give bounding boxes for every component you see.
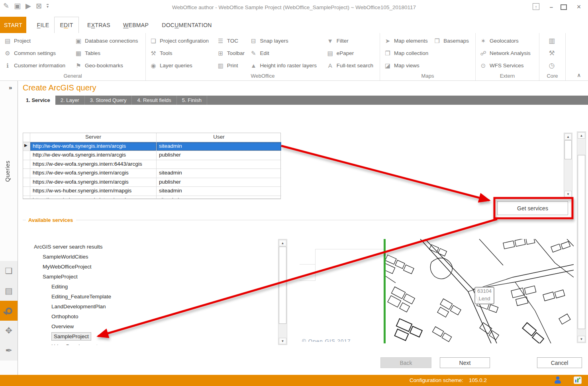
- tree-item[interactable]: Editing: [34, 282, 257, 292]
- collapse-ribbon-icon[interactable]: ∧: [577, 72, 581, 78]
- ribbon-item-project-configuration[interactable]: ❏Project configuration: [150, 36, 213, 45]
- table-header-row: Server User: [23, 133, 280, 142]
- scroll-down-icon[interactable]: ▼: [578, 336, 585, 342]
- ribbon-item-epaper[interactable]: ▤ePaper: [327, 48, 373, 58]
- ribbon-item-full-text-search[interactable]: AFull-text search: [327, 61, 373, 70]
- table-row[interactable]: https://w-dev-wofa.synergis.intern:6443/…: [23, 160, 280, 169]
- ribbon-item-toolbar[interactable]: ⊞Toolbar: [217, 48, 246, 58]
- tab-start[interactable]: START: [0, 17, 26, 33]
- queries-magnifier-icon[interactable]: [0, 301, 18, 321]
- scroll-up-icon[interactable]: ▲: [578, 132, 585, 139]
- district-name: Lend: [475, 295, 494, 303]
- tab-file[interactable]: FILE: [32, 17, 54, 33]
- ribbon-item-core-sessions[interactable]: ◷: [543, 61, 560, 70]
- table-row[interactable]: http://w-dev-wofa.synergis.intern/arcgis…: [23, 151, 280, 160]
- statistics-arrow-glyph: ↗: [578, 376, 581, 381]
- map-edge-highlight: [384, 239, 386, 343]
- step-tab-service[interactable]: 1. Service: [21, 96, 55, 105]
- tree-item-clipped[interactable]: UrbanDevelopment: [34, 341, 257, 345]
- tree-item-sampleproject-selected[interactable]: SampleProject: [34, 331, 257, 341]
- tree-item[interactable]: LandDevelopmentPlan: [34, 302, 257, 312]
- services-tree: ArcGIS server search results SampleWorld…: [34, 242, 257, 345]
- ribbon-item-snap-layers[interactable]: ⊟Snap layers: [250, 36, 322, 45]
- table-row-clipped[interactable]: https://w-ws-huber.synergis.intern/arcgi…: [23, 196, 280, 199]
- ribbon-item-layer-queries[interactable]: ◉Layer queries: [150, 61, 213, 70]
- ribbon-item-print[interactable]: ▥Print: [217, 61, 246, 70]
- next-button[interactable]: Next: [440, 357, 490, 368]
- cancel-button[interactable]: Cancel: [537, 357, 582, 368]
- ribbon-item-filter[interactable]: ▼Filter: [327, 36, 373, 45]
- gears-icon: ⚙: [4, 50, 11, 56]
- ribbon-item-tables[interactable]: ▦Tables: [75, 48, 138, 58]
- design-pen-icon[interactable]: ✒: [0, 341, 18, 361]
- tree-item[interactable]: SampleWorldCities: [34, 252, 257, 262]
- ribbon-item-customer-information[interactable]: ℹCustomer information: [4, 61, 71, 70]
- scrollbar-thumb[interactable]: [279, 247, 286, 324]
- ribbon-item-toc[interactable]: ☰TOC: [217, 36, 246, 45]
- ribbon-item-project[interactable]: ▤Project: [4, 36, 71, 45]
- ribbon-item-geolocators[interactable]: ✶Geolocators: [480, 36, 531, 45]
- tree-scrollbar[interactable]: ▲ ▼: [278, 239, 287, 345]
- tab-extras[interactable]: EXTRAS: [84, 17, 113, 33]
- ribbon-item-wfs-services[interactable]: ⊙WFS Services: [480, 61, 531, 70]
- tab-webmap[interactable]: WEBMAP: [120, 17, 151, 33]
- scrollbar-thumb[interactable]: [578, 155, 585, 329]
- ribbon-item-core-window[interactable]: ▥: [543, 36, 560, 45]
- ribbon-item-edit[interactable]: ✎Edit: [250, 48, 322, 58]
- table-row[interactable]: https://w-dev-wofa.synergis.intern/arcgi…: [23, 169, 280, 178]
- column-header-server[interactable]: Server: [30, 133, 157, 142]
- tree-item[interactable]: SampleProject: [34, 272, 257, 282]
- move-edit-icon[interactable]: ✥: [0, 321, 18, 341]
- ribbon-item-tools[interactable]: ⚒Tools: [150, 48, 213, 58]
- scrollbar-thumb[interactable]: [564, 140, 572, 159]
- user-icon[interactable]: [555, 376, 561, 384]
- ribbon-item-height-info-raster-layers[interactable]: ▲Height info raster layers: [250, 61, 322, 70]
- tree-item[interactable]: Editing_FeatureTemplate: [34, 292, 257, 302]
- tree-item[interactable]: MyWebOfficeProject: [34, 262, 257, 272]
- ribbon-item-common-settings[interactable]: ⚙Common settings: [4, 48, 71, 58]
- ribbon-item-geo-bookmarks[interactable]: ⚑Geo-bookmarks: [75, 61, 138, 70]
- scroll-down-icon[interactable]: ▼: [564, 191, 572, 197]
- tree-item-root[interactable]: ArcGIS server search results: [34, 242, 257, 252]
- maximize-button[interactable]: [561, 4, 567, 10]
- ribbon-tab-bar: START FILE EDIT EXTRAS WEBMAP DOCUMENTAT…: [0, 16, 588, 33]
- tab-edit[interactable]: EDIT: [54, 17, 79, 33]
- column-header-user[interactable]: User: [157, 133, 281, 142]
- scroll-up-icon[interactable]: ▲: [279, 240, 286, 246]
- ribbon-item-map-views[interactable]: ◪Map views: [384, 61, 429, 70]
- ribbon-item-basemaps[interactable]: ❒Basemaps: [433, 36, 469, 45]
- printer-icon: ▥: [217, 63, 224, 69]
- toc-list-icon: ☰: [217, 38, 224, 44]
- popout-icon[interactable]: ↑: [533, 3, 539, 10]
- projects-notebook-icon[interactable]: ▤: [0, 281, 18, 301]
- minimize-button[interactable]: –: [548, 3, 555, 10]
- back-button[interactable]: Back: [380, 357, 431, 368]
- step-tab-stored-query[interactable]: 3. Stored Query: [85, 96, 132, 105]
- tree-item[interactable]: Overview: [34, 321, 257, 331]
- step-tab-result-fields[interactable]: 4. Result fields: [132, 96, 176, 105]
- ribbon-item-database-connections[interactable]: ▣Database connections: [75, 36, 138, 45]
- scroll-up-icon[interactable]: ▲: [564, 133, 572, 140]
- new-project-icon[interactable]: ❏: [0, 261, 18, 281]
- step-tab-layer[interactable]: 2. Layer: [55, 96, 85, 105]
- table-row[interactable]: ▶ http://w-dev-wofa.synergis.intern/arcg…: [23, 142, 280, 151]
- ribbon-item-map-collection[interactable]: ❐Map collection: [384, 48, 429, 58]
- statistics-icon[interactable]: ↗: [574, 376, 582, 384]
- ribbon-item-map-elements[interactable]: ➤Map elements: [384, 36, 429, 45]
- table-scrollbar[interactable]: ▲ ▼: [564, 133, 572, 198]
- table-icon: ▦: [75, 50, 82, 56]
- ribbon-group-maps: ➤Map elements ❐Map collection ◪Map views…: [380, 33, 476, 80]
- page-scrollbar[interactable]: ▲ ▼: [577, 131, 586, 343]
- tree-item[interactable]: Orthophoto: [34, 312, 257, 321]
- step-tab-finish[interactable]: 5. Finish: [177, 96, 207, 105]
- panel-expander-icon[interactable]: »: [9, 84, 12, 91]
- ribbon-item-network-analysis[interactable]: ☍Network Analysis: [480, 48, 531, 58]
- get-services-button[interactable]: Get services: [497, 201, 568, 215]
- table-row[interactable]: https://w-dev-wofa.synergis.intern/arcgi…: [23, 178, 280, 187]
- tab-documentation[interactable]: DOCUMENTATION: [160, 17, 214, 33]
- table-row[interactable]: https://w-ws-huber.synergis.intern/mapgi…: [23, 187, 280, 196]
- close-button[interactable]: ×: [575, 3, 582, 10]
- scroll-down-icon[interactable]: ▼: [279, 338, 286, 344]
- ribbon-item-core-settings[interactable]: ⚒: [543, 48, 560, 58]
- page-title: Create ArcGIS query: [23, 83, 96, 92]
